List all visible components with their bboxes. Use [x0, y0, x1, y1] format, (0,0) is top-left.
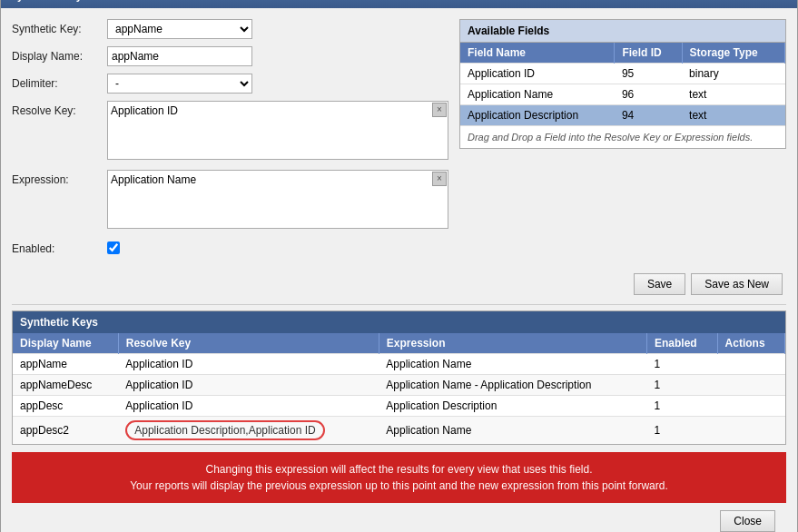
expression-textarea[interactable]: Application Name — [107, 170, 448, 229]
sk-row-highlighted[interactable]: appDesc2 Application Description,Applica… — [13, 416, 785, 444]
sk-display-name: appDesc2 — [13, 416, 118, 444]
drag-hint: Drag and Drop a Field into the Resolve K… — [460, 125, 785, 148]
sk-resolve-key: Application ID — [118, 395, 379, 416]
synthetic-keys-table: Display Name Resolve Key Expression Enab… — [13, 333, 785, 444]
sk-col-actions: Actions — [717, 333, 784, 354]
delimiter-label: Delimiter: — [12, 74, 107, 90]
close-button[interactable]: Close — [720, 510, 775, 532]
sk-row[interactable]: appName Application ID Application Name … — [13, 353, 785, 374]
sk-actions — [717, 374, 784, 395]
available-fields-panel: Available Fields Field Name Field ID Sto… — [459, 19, 786, 149]
enabled-label: Enabled: — [12, 239, 107, 255]
sk-expression: Application Name - Application Descripti… — [379, 374, 646, 395]
bottom-button-row: Close — [12, 503, 786, 533]
display-name-control — [107, 46, 448, 66]
save-button[interactable]: Save — [634, 273, 685, 295]
sk-actions — [717, 416, 784, 444]
sk-expression: Application Name — [379, 416, 646, 444]
col-storage-type: Storage Type — [682, 43, 784, 64]
sk-resolve-key-highlighted: Application Description,Application ID — [118, 416, 379, 444]
warning-line-2: Your reports will display the previous e… — [23, 478, 775, 494]
sk-resolve-key: Application ID — [118, 353, 379, 374]
title-close-button[interactable]: × — [777, 0, 788, 3]
storage-type-cell: binary — [682, 63, 784, 84]
expression-wrap: Application Name × — [107, 170, 448, 232]
right-panel: Available Fields Field Name Field ID Sto… — [459, 19, 786, 264]
field-row-selected[interactable]: Application Description 94 text — [460, 104, 785, 125]
sk-enabled: 1 — [646, 353, 717, 374]
expression-label: Expression: — [12, 170, 107, 186]
save-buttons-row: Save Save as New — [12, 264, 786, 299]
separator — [12, 304, 786, 305]
display-name-label: Display Name: — [12, 46, 107, 63]
sk-actions — [717, 353, 784, 374]
sk-display-name: appDesc — [13, 395, 118, 416]
sk-col-display-name: Display Name — [13, 333, 118, 354]
expression-clear-button[interactable]: × — [432, 172, 447, 186]
field-name-cell: Application ID — [460, 63, 615, 84]
sk-display-name: appName — [13, 353, 118, 374]
warning-line-1: Changing this expression will affect the… — [23, 461, 775, 478]
delimiter-control: - , | ; — [107, 74, 448, 94]
synthetic-key-row: Synthetic Key: appName appNameDesc appDe… — [12, 19, 448, 39]
sk-resolve-key: Application ID — [118, 374, 379, 395]
enabled-row: Enabled: — [12, 239, 448, 257]
field-id-cell: 96 — [615, 84, 682, 104]
sk-actions — [717, 395, 784, 416]
field-row[interactable]: Application ID 95 binary — [460, 63, 785, 84]
sk-display-name: appNameDesc — [13, 374, 118, 395]
left-form: Synthetic Key: appName appNameDesc appDe… — [12, 19, 448, 264]
resolve-key-row: Resolve Key: Application ID × — [12, 101, 448, 163]
col-field-id: Field ID — [615, 43, 682, 64]
sk-enabled: 1 — [646, 416, 717, 444]
sk-row[interactable]: appDesc Application ID Application Descr… — [13, 395, 785, 416]
dialog-body: Synthetic Key: appName appNameDesc appDe… — [1, 8, 797, 533]
field-id-cell: 95 — [615, 63, 682, 84]
sk-enabled: 1 — [646, 374, 717, 395]
save-as-new-button[interactable]: Save as New — [691, 273, 783, 295]
synthetic-key-select[interactable]: appName appNameDesc appDesc appDesc2 — [107, 19, 252, 39]
dialog: Synthetic Key Field Editor × Synthetic K… — [0, 0, 798, 532]
field-id-cell: 94 — [615, 104, 682, 125]
sk-enabled: 1 — [646, 395, 717, 416]
storage-type-cell: text — [682, 84, 784, 104]
available-fields-title: Available Fields — [460, 20, 785, 43]
top-section: Synthetic Key: appName appNameDesc appDe… — [12, 19, 786, 264]
enabled-control — [107, 239, 448, 257]
field-row[interactable]: Application Name 96 text — [460, 84, 785, 104]
synthetic-keys-section: Synthetic Keys Display Name Resolve Key … — [12, 310, 786, 445]
dialog-title: Synthetic Key Field Editor — [10, 0, 145, 2]
sk-expression: Application Description — [379, 395, 646, 416]
resolve-key-clear-button[interactable]: × — [432, 103, 447, 117]
field-name-cell: Application Name — [460, 84, 615, 104]
synthetic-keys-title: Synthetic Keys — [13, 311, 785, 333]
sk-expression: Application Name — [379, 353, 646, 374]
resolve-key-textarea[interactable]: Application ID — [107, 101, 448, 160]
warning-section: Changing this expression will affect the… — [12, 452, 786, 503]
display-name-input[interactable] — [107, 46, 252, 66]
delimiter-row: Delimiter: - , | ; — [12, 74, 448, 94]
delimiter-select[interactable]: - , | ; — [107, 74, 252, 94]
field-name-cell: Application Description — [460, 104, 615, 125]
sk-col-enabled: Enabled — [646, 333, 717, 354]
col-field-name: Field Name — [460, 43, 615, 64]
sk-col-expression: Expression — [379, 333, 646, 354]
synthetic-key-label: Synthetic Key: — [12, 19, 107, 35]
expression-row: Expression: Application Name × — [12, 170, 448, 232]
resolve-key-highlight-badge: Application Description,Application ID — [125, 420, 324, 440]
sk-col-resolve-key: Resolve Key — [118, 333, 379, 354]
synthetic-key-control: appName appNameDesc appDesc appDesc2 — [107, 19, 448, 39]
storage-type-cell: text — [682, 104, 784, 125]
resolve-key-label: Resolve Key: — [12, 101, 107, 117]
sk-row[interactable]: appNameDesc Application ID Application N… — [13, 374, 785, 395]
resolve-key-wrap: Application ID × — [107, 101, 448, 163]
display-name-row: Display Name: — [12, 46, 448, 66]
fields-table: Field Name Field ID Storage Type Applica… — [460, 43, 785, 125]
title-bar: Synthetic Key Field Editor × — [1, 0, 797, 8]
enabled-checkbox[interactable] — [107, 241, 120, 254]
